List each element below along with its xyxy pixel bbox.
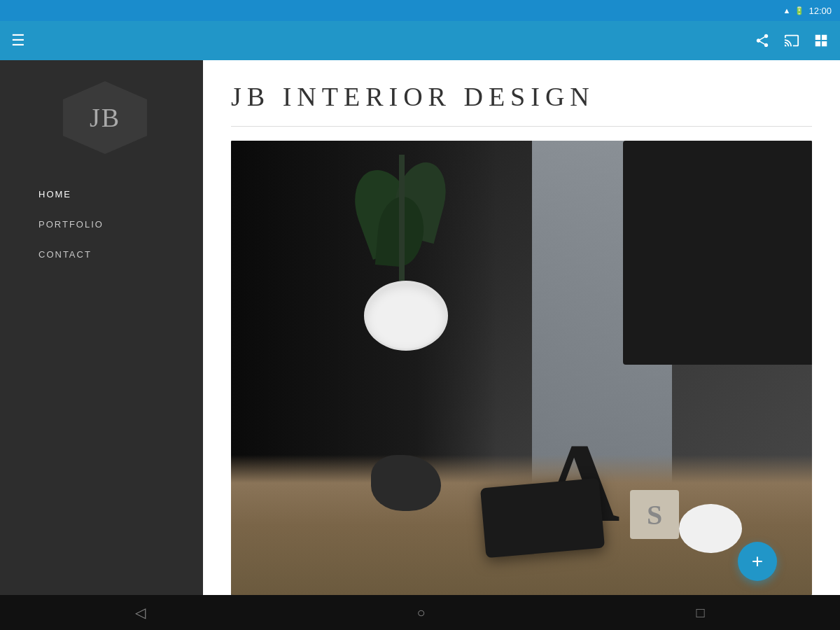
nav-menu: HOME PORTFOLIO CONTACT [0, 189, 203, 260]
action-bar-left: ☰ [11, 31, 25, 50]
hero-image: A S + [231, 141, 812, 595]
monitor [623, 141, 812, 365]
menu-icon[interactable]: ☰ [11, 31, 25, 50]
layout-icon[interactable] [813, 33, 829, 48]
white-round-object [679, 504, 742, 553]
content-header: JB INTERIOR DESIGN [203, 60, 840, 126]
cast-icon[interactable] [784, 33, 799, 48]
nav-item-home[interactable]: HOME [38, 189, 203, 200]
recents-button[interactable]: □ [696, 605, 704, 621]
nav-item-portfolio[interactable]: PORTFOLIO [38, 219, 203, 230]
logo-container: JB [0, 81, 203, 154]
page-title: JB INTERIOR DESIGN [231, 81, 812, 112]
status-icons: ▲ 🔋 12:00 [783, 6, 832, 16]
status-time: 12:00 [808, 6, 832, 16]
main-area: JB HOME PORTFOLIO CONTACT JB INTERIOR DE… [0, 60, 840, 595]
action-bar-right [755, 33, 829, 48]
phone-device [480, 478, 605, 558]
block-s: S [630, 490, 679, 539]
status-bar: ▲ 🔋 12:00 [0, 0, 840, 21]
nav-item-contact[interactable]: CONTACT [38, 249, 203, 260]
desk-scene: A S [231, 141, 812, 595]
sidebar: JB HOME PORTFOLIO CONTACT [0, 60, 203, 595]
hexagon-shape: JB [63, 81, 147, 154]
home-button[interactable]: ○ [416, 605, 425, 621]
plant-area [343, 155, 469, 379]
content-divider [231, 126, 812, 127]
action-bar: ☰ [0, 21, 840, 60]
plant-pot [364, 281, 448, 351]
bottom-nav: ◁ ○ □ [0, 595, 840, 630]
wifi-icon: ▲ [783, 6, 791, 15]
logo-hexagon: JB [63, 81, 147, 154]
back-button[interactable]: ◁ [135, 604, 146, 621]
plant-stem [399, 155, 405, 281]
logo-text: JB [90, 102, 120, 133]
battery-icon: 🔋 [794, 6, 804, 15]
fab-button[interactable]: + [738, 542, 777, 581]
content-panel: JB INTERIOR DESIGN [203, 60, 840, 595]
share-icon[interactable] [755, 33, 770, 48]
